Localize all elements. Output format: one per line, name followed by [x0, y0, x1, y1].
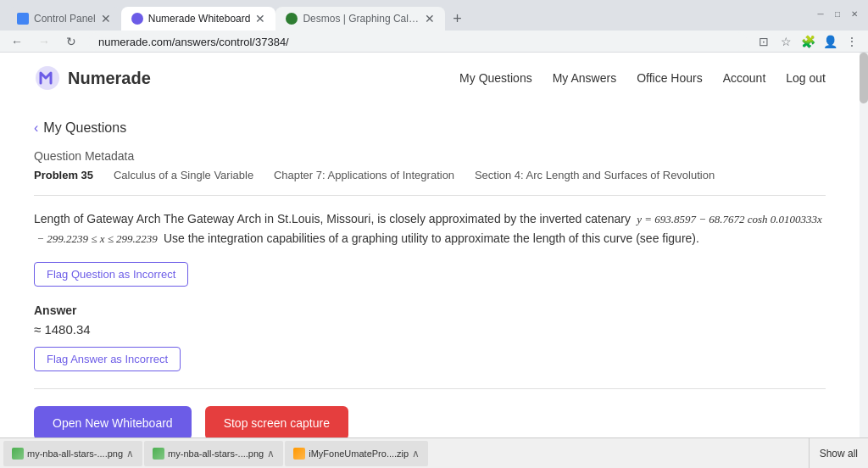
book-name: Calculus of a Single Variable — [114, 169, 253, 181]
nav-account[interactable]: Account — [723, 71, 766, 85]
tab-label-desmos: Desmos | Graphing Calculator — [303, 13, 420, 25]
question-metadata: Question Metadata Problem 35 Calculus of… — [34, 149, 826, 181]
taskbar-item-label-0: my-nba-all-stars-....png — [27, 448, 123, 459]
answer-value: ≈ 1480.34 — [34, 322, 826, 337]
forward-button[interactable]: → — [34, 31, 54, 52]
reload-button[interactable]: ↻ — [61, 31, 81, 52]
tab-label-control: Control Panel — [34, 13, 96, 25]
breadcrumb[interactable]: ‹ My Questions — [34, 120, 826, 136]
main-content: ‹ My Questions Question Metadata Problem… — [0, 103, 860, 457]
answer-title: Answer — [34, 304, 826, 317]
bookmark-icon[interactable]: ☆ — [776, 32, 795, 51]
sep2 — [260, 168, 267, 181]
question-text-after: Use the integration capabilities of a gr… — [160, 231, 699, 245]
taskbar-item-icon-0 — [12, 448, 24, 460]
profile-icon[interactable]: 👤 — [821, 32, 839, 51]
nav-my-answers[interactable]: My Answers — [553, 71, 616, 85]
tab-favicon-control — [17, 13, 29, 25]
taskbar-item-1[interactable]: my-nba-all-stars-....png ∧ — [144, 441, 283, 466]
nav-my-questions[interactable]: My Questions — [459, 71, 532, 85]
action-buttons: Open New Whiteboard Stop screen capture — [34, 406, 826, 440]
flag-answer-button[interactable]: Flag Answer as Incorrect — [34, 347, 181, 371]
tab-close-numerade[interactable]: ✕ — [255, 12, 265, 25]
logo[interactable]: Numerade — [34, 64, 151, 92]
question-body: Length of Gateway Arch The Gateway Arch … — [34, 209, 826, 248]
logo-text: Numerade — [68, 69, 151, 88]
breadcrumb-label: My Questions — [43, 120, 126, 136]
nav-office-hours[interactable]: Office Hours — [637, 71, 703, 85]
nav-links: My Questions My Answers Office Hours Acc… — [459, 71, 826, 85]
taskbar-item-label-2: iMyFoneUmatePro....zip — [309, 448, 409, 459]
logo-icon — [34, 64, 61, 92]
metadata-title: Question Metadata — [34, 149, 826, 163]
chapter-name: Chapter 7: Applications of Integration — [274, 169, 454, 181]
tab-favicon-desmos — [286, 13, 298, 25]
sep1 — [100, 168, 107, 181]
taskbar: my-nba-all-stars-....png ∧ my-nba-all-st… — [0, 437, 868, 468]
show-all-button[interactable]: Show all — [809, 438, 868, 468]
sep3 — [461, 168, 468, 181]
open-whiteboard-button[interactable]: Open New Whiteboard — [34, 406, 192, 440]
taskbar-item-2[interactable]: iMyFoneUmatePro....zip ∧ — [285, 441, 428, 466]
taskbar-item-close-0[interactable]: ∧ — [126, 448, 134, 460]
tab-close-desmos[interactable]: ✕ — [425, 12, 435, 25]
nav-logout[interactable]: Log out — [786, 71, 826, 85]
navigation: Numerade My Questions My Answers Office … — [0, 53, 860, 103]
tab-label-numerade: Numerade Whiteboard — [148, 13, 251, 25]
back-button[interactable]: ← — [7, 31, 27, 52]
taskbar-item-label-1: my-nba-all-stars-....png — [168, 448, 264, 459]
flag-question-button[interactable]: Flag Question as Incorrect — [34, 262, 188, 287]
close-window-button[interactable]: ✕ — [848, 7, 861, 20]
address-bar[interactable] — [88, 32, 748, 51]
approx-symbol: ≈ — [34, 322, 41, 337]
tab-desmos[interactable]: Desmos | Graphing Calculator ✕ — [275, 7, 445, 31]
cast-icon[interactable]: ⊡ — [754, 32, 773, 51]
back-icon: ‹ — [34, 120, 38, 136]
maximize-button[interactable]: □ — [831, 7, 844, 20]
taskbar-item-close-1[interactable]: ∧ — [267, 448, 275, 460]
tab-close-control[interactable]: ✕ — [101, 12, 111, 25]
menu-icon[interactable]: ⋮ — [843, 32, 861, 51]
tab-favicon-numerade — [131, 13, 143, 25]
taskbar-items: my-nba-all-stars-....png ∧ my-nba-all-st… — [0, 441, 809, 466]
taskbar-item-icon-1 — [153, 448, 164, 460]
minimize-button[interactable]: ─ — [814, 7, 827, 20]
problem-number: Problem 35 — [34, 169, 93, 181]
extension-icon[interactable]: 🧩 — [798, 32, 817, 51]
taskbar-item-icon-2 — [293, 448, 305, 460]
answer-number: 1480.34 — [44, 322, 90, 337]
taskbar-item-close-2[interactable]: ∧ — [412, 448, 420, 460]
section-name: Section 4: Arc Length and Surfaces of Re… — [475, 169, 715, 181]
divider-1 — [34, 195, 826, 196]
question-text-before: Length of Gateway Arch The Gateway Arch … — [34, 212, 631, 226]
answer-section: Answer ≈ 1480.34 Flag Answer as Incorrec… — [34, 304, 826, 371]
tab-numerade[interactable]: Numerade Whiteboard ✕ — [121, 7, 276, 31]
metadata-row: Problem 35 Calculus of a Single Variable… — [34, 168, 826, 181]
taskbar-item-0[interactable]: my-nba-all-stars-....png ∧ — [3, 441, 142, 466]
divider-2 — [34, 388, 826, 389]
new-tab-button[interactable]: + — [445, 7, 469, 31]
stop-capture-button[interactable]: Stop screen capture — [205, 406, 348, 440]
tab-control[interactable]: Control Panel ✕ — [7, 7, 121, 31]
scrollbar[interactable] — [860, 53, 868, 468]
scrollbar-thumb[interactable] — [860, 53, 868, 103]
